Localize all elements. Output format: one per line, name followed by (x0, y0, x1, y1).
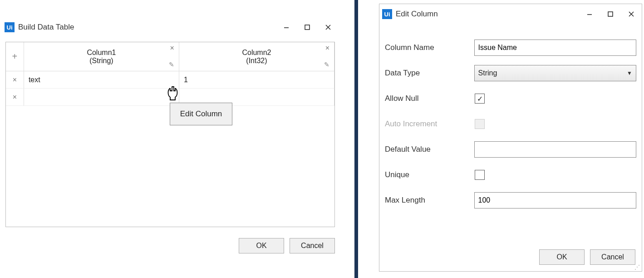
edit-column-form: Column Name Data Type String ▼ Allow Nul… (379, 24, 642, 213)
ok-button[interactable]: OK (539, 249, 585, 265)
mouse-cursor-icon (166, 85, 179, 101)
unique-label: Unique (385, 170, 475, 179)
build-data-table-window: Ui Build Data Table + × Column1 (String)… (2, 18, 339, 257)
minimize-button[interactable] (579, 5, 600, 23)
data-type-select[interactable]: String ▼ (474, 65, 636, 81)
cell[interactable]: 1 (179, 71, 334, 89)
allow-null-label: Allow Null (385, 94, 475, 103)
delete-column-icon[interactable]: × (170, 44, 174, 52)
auto-increment-label: Auto Increment (385, 119, 475, 129)
maximize-button[interactable] (297, 18, 318, 36)
vertical-divider (354, 0, 358, 278)
cancel-button[interactable]: Cancel (590, 249, 635, 265)
column-type: (String) (89, 57, 113, 65)
ok-button[interactable]: OK (239, 238, 284, 253)
delete-row-icon[interactable]: × (6, 71, 24, 89)
column-header-2[interactable]: × Column2 (Int32) ✎ (179, 42, 334, 71)
unique-checkbox[interactable] (475, 170, 485, 180)
default-value-label: Default Value (385, 145, 474, 154)
delete-row-icon[interactable]: × (6, 89, 24, 106)
column-name: Column1 (87, 49, 116, 57)
titlebar: Ui Build Data Table (2, 18, 339, 36)
default-value-input[interactable] (474, 141, 636, 158)
max-length-label: Max Length (385, 196, 474, 205)
app-logo-icon: Ui (5, 22, 15, 32)
cancel-button[interactable]: Cancel (290, 238, 335, 253)
edit-column-icon[interactable]: ✎ (324, 61, 329, 68)
chevron-down-icon: ▼ (627, 70, 632, 76)
window-title: Build Data Table (18, 23, 74, 32)
header-row: + × Column1 (String) ✎ × Column2 (Int32)… (6, 42, 334, 71)
edit-column-tooltip: Edit Column (170, 103, 232, 125)
column-name-input[interactable] (474, 40, 636, 56)
window-title: Edit Column (396, 10, 438, 19)
add-column-button[interactable]: + (6, 42, 24, 71)
column-type: (Int32) (246, 57, 267, 65)
close-button[interactable] (318, 18, 339, 36)
data-table-grid: + × Column1 (String) ✎ × Column2 (Int32)… (5, 42, 335, 227)
edit-column-window: Ui Edit Column Column Name Data Type Str… (379, 4, 642, 272)
max-length-input[interactable] (474, 192, 636, 208)
maximize-button[interactable] (600, 5, 621, 23)
edit-column-icon[interactable]: ✎ (169, 61, 174, 68)
column-name: Column2 (242, 49, 271, 57)
close-button[interactable] (621, 5, 642, 23)
svg-rect-1 (305, 25, 310, 30)
allow-null-checkbox[interactable]: ✓ (475, 94, 485, 104)
auto-increment-checkbox (475, 119, 485, 129)
resize-grip-icon[interactable]: ⋰ (634, 264, 641, 270)
column-name-label: Column Name (385, 43, 474, 52)
svg-rect-5 (608, 12, 613, 16)
column-header-1[interactable]: × Column1 (String) ✎ (24, 42, 179, 71)
minimize-button[interactable] (276, 18, 297, 36)
cell[interactable] (24, 89, 179, 106)
data-type-value: String (478, 69, 497, 77)
delete-column-icon[interactable]: × (325, 44, 329, 52)
app-logo-icon: Ui (382, 9, 392, 19)
cell[interactable]: text (24, 71, 179, 89)
titlebar: Ui Edit Column (379, 4, 642, 24)
data-type-label: Data Type (385, 69, 474, 78)
